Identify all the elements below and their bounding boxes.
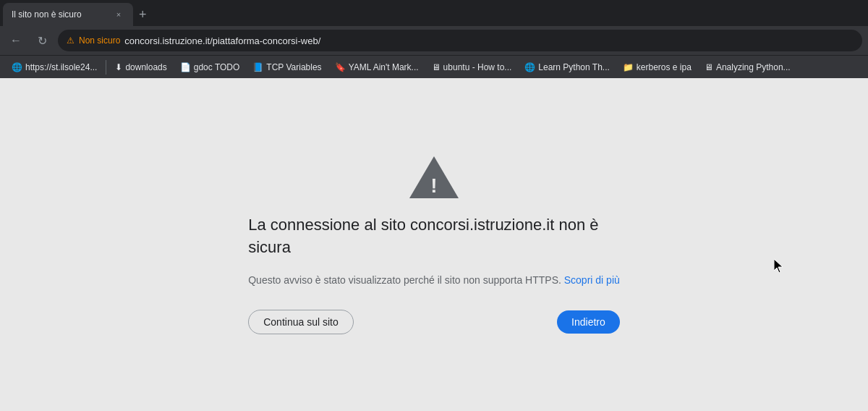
back-icon: ←	[10, 34, 22, 47]
continue-button[interactable]: Continua sul sito	[248, 310, 354, 334]
bookmark-label: TCP Variables	[266, 62, 321, 72]
buttons-row: Continua sul sito Indietro	[248, 310, 620, 334]
main-heading: La connessione al sito concorsi.istruzio…	[248, 214, 598, 259]
learn-python-icon: 🌐	[524, 62, 535, 72]
bookmark-label: YAML Ain't Mark...	[349, 62, 419, 72]
bookmark-item-yaml[interactable]: 🔖 YAML Ain't Mark...	[329, 58, 425, 77]
tab-close-button[interactable]: ×	[113, 9, 124, 20]
browser-chrome: Il sito non è sicuro × + ← ↻ ⚠ Non sicur…	[0, 0, 868, 78]
bookmark-item-gdoc[interactable]: 📄 gdoc TODO	[174, 58, 246, 77]
sub-text: Questo avviso è stato visualizzato perch…	[248, 273, 620, 288]
new-tab-button[interactable]: +	[133, 3, 153, 26]
bookmark-icon: 🌐	[12, 62, 22, 72]
gdoc-icon: 📄	[180, 62, 191, 72]
analyzing-icon: 🖥	[705, 62, 713, 72]
url-text: concorsi.istruzione.it/piattaforma-conco…	[124, 35, 320, 46]
refresh-button[interactable]: ↻	[32, 30, 52, 51]
url-bar[interactable]: ⚠ Non sicuro concorsi.istruzione.it/piat…	[58, 30, 862, 51]
bookmark-label: Analyzing Python...	[716, 62, 791, 72]
warning-container: ! La connessione al sito concorsi.istruz…	[248, 155, 620, 335]
learn-more-link[interactable]: Scopri di più	[564, 274, 620, 286]
bookmark-item-analyzing[interactable]: 🖥 Analyzing Python...	[699, 58, 796, 77]
svg-text:!: !	[430, 174, 437, 197]
address-bar: ← ↻ ⚠ Non sicuro concorsi.istruzione.it/…	[0, 26, 868, 55]
tcp-icon: 📘	[252, 62, 263, 72]
bookmark-label: kerberos e ipa	[637, 62, 692, 72]
bookmark-divider	[106, 60, 106, 75]
ubuntu-icon: 🖥	[432, 62, 441, 72]
download-icon: ⬇	[115, 62, 122, 72]
bookmark-item-ubuntu[interactable]: 🖥 ubuntu - How to...	[426, 58, 518, 77]
bookmark-label: gdoc TODO	[194, 62, 240, 72]
active-tab[interactable]: Il sito non è sicuro ×	[3, 3, 133, 26]
bookmark-label: ubuntu - How to...	[443, 62, 512, 72]
not-secure-label: Non sicuro	[79, 35, 120, 46]
sub-text-content: Questo avviso è stato visualizzato perch…	[248, 274, 561, 286]
page-content: ! La connessione al sito concorsi.istruz…	[0, 78, 868, 411]
bookmark-label: downloads	[125, 62, 166, 72]
bookmarks-bar: 🌐 https://st.ilsole24... ⬇ downloads 📄 g…	[0, 55, 868, 78]
warning-triangle-icon: !	[408, 155, 460, 200]
bookmark-item-learn-python[interactable]: 🌐 Learn Python Th...	[519, 58, 616, 77]
tab-bar: Il sito non è sicuro × +	[0, 0, 868, 26]
kerberos-icon: 📁	[623, 62, 634, 72]
back-to-safety-button[interactable]: Indietro	[557, 310, 620, 334]
warning-icon: ⚠	[67, 35, 75, 46]
bookmark-label: https://st.ilsole24...	[25, 62, 97, 72]
tab-title: Il sito non è sicuro	[12, 9, 107, 20]
back-button[interactable]: ←	[6, 30, 26, 51]
bookmark-item-downloads[interactable]: ⬇ downloads	[109, 58, 172, 77]
bookmark-label: Learn Python Th...	[538, 62, 610, 72]
bookmark-item[interactable]: 🌐 https://st.ilsole24...	[6, 58, 103, 77]
bookmark-item-kerberos[interactable]: 📁 kerberos e ipa	[617, 58, 697, 77]
cursor	[774, 259, 786, 274]
refresh-icon: ↻	[38, 34, 47, 48]
yaml-icon: 🔖	[335, 62, 346, 72]
bookmark-item-tcp[interactable]: 📘 TCP Variables	[247, 58, 327, 77]
